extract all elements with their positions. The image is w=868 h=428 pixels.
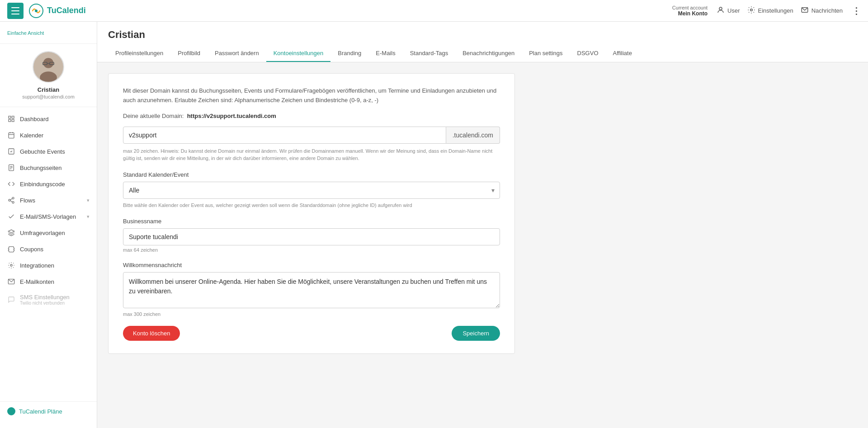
sidebar-item-flows[interactable]: Flows ▾ [0, 192, 97, 208]
integrations-gear-icon [7, 261, 15, 269]
avatar [33, 51, 64, 83]
sidebar: Einfache Ansicht Cristian support@tucale… [0, 22, 97, 428]
sidebar-item-einbindungscode[interactable]: Einbindungscode [0, 176, 97, 192]
sidebar-item-coupons[interactable]: Coupons [0, 241, 97, 257]
logo[interactable]: TuCalendi [29, 4, 86, 18]
envelope-icon [7, 277, 15, 286]
tab-emails[interactable]: E-Mails [368, 46, 402, 62]
tucalendi-plans[interactable]: TuCalendi Pläne [7, 407, 90, 415]
willkommen-hint: max 300 zeichen [123, 311, 500, 317]
form-content: Mit dieser Domain kannst du Buchungsseit… [97, 62, 868, 365]
mail-icon [801, 6, 809, 15]
willkommen-textarea[interactable]: Willkommen bei unserer Online-Agenda. Hi… [123, 272, 500, 308]
gear-icon [747, 6, 755, 15]
svg-point-1 [35, 9, 38, 12]
kalender-hint: Bitte wähle den Kalender oder Event aus,… [123, 202, 500, 209]
sidebar-item-sms-einstellungen[interactable]: SMS Einstellungen Twilio nicht verbunden [0, 290, 97, 310]
form-description: Mit dieser Domain kannst du Buchungsseit… [123, 86, 500, 105]
sidebar-item-emailkonten-label: E-Mailkonten [20, 278, 90, 285]
willkommen-section: Willkommensnachricht Willkommen bei unse… [123, 262, 500, 317]
kalender-label: Standard Kalender/Event [123, 171, 500, 178]
sidebar-item-buchungsseiten-label: Buchungsseiten [20, 165, 90, 171]
user-icon [717, 6, 725, 15]
sidebar-item-integrationen[interactable]: Integrationen [0, 257, 97, 273]
sidebar-item-flows-label: Flows [20, 197, 82, 204]
topbar-user[interactable]: User [717, 6, 740, 15]
topbar-einstellungen[interactable]: Einstellungen [747, 6, 793, 15]
sidebar-item-sms-sublabel: Twilio nicht verbunden [20, 301, 70, 306]
kalender-section: Standard Kalender/Event Alle ▾ Bitte wäh… [123, 171, 500, 209]
layers-icon [7, 229, 15, 237]
svg-point-30 [10, 264, 12, 266]
svg-rect-14 [12, 119, 14, 122]
businessname-input[interactable] [123, 228, 500, 245]
svg-marker-29 [8, 230, 14, 233]
doc-icon [7, 164, 15, 172]
grid-icon [7, 115, 15, 123]
svg-rect-11 [9, 116, 11, 118]
calendar-icon [7, 131, 15, 139]
tab-branding[interactable]: Branding [330, 46, 368, 62]
tab-profilbild[interactable]: Profilbild [170, 46, 208, 62]
tab-passwort[interactable]: Passwort ändern [208, 46, 266, 62]
sidebar-item-kalender[interactable]: Kalender [0, 127, 97, 143]
svg-line-27 [10, 201, 13, 202]
logo-text: TuCalendi [47, 6, 86, 15]
businessname-label: Businessname [123, 218, 500, 225]
sidebar-item-gebuchte-events[interactable]: Gebuchte Events [0, 143, 97, 160]
sidebar-item-buchungsseiten[interactable]: Buchungsseiten [0, 160, 97, 176]
hamburger-menu[interactable] [7, 3, 24, 19]
sidebar-item-email-sms[interactable]: E-Mail/SMS-Vorlagen ▾ [0, 208, 97, 225]
domain-row: .tucalendi.com [123, 127, 500, 144]
topbar-right: Current account Mein Konto User Einstell… [672, 5, 861, 17]
code-icon [7, 180, 15, 188]
tab-bar: Profileinstellungen Profilbild Passwort … [108, 46, 857, 62]
main-layout: Einfache Ansicht Cristian support@tucale… [0, 22, 868, 428]
tab-kontoeinstellungen[interactable]: Kontoeinstellungen [266, 46, 331, 62]
businessname-hint: max 64 zeichen [123, 247, 500, 253]
willkommen-label: Willkommensnachricht [123, 262, 500, 268]
save-button[interactable]: Speichern [452, 326, 500, 341]
delete-account-button[interactable]: Konto löschen [123, 326, 180, 341]
sidebar-item-umfragevorlagen[interactable]: Umfragevorlagen [0, 225, 97, 241]
kalender-select[interactable]: Alle [123, 182, 500, 199]
kalender-select-wrapper: Alle ▾ [123, 182, 500, 199]
sidebar-item-umfragevorlagen-label: Umfragevorlagen [20, 230, 90, 236]
topbar: TuCalendi Current account Mein Konto Use… [0, 0, 868, 22]
tab-profileinstellungen[interactable]: Profileinstellungen [108, 46, 170, 62]
einfache-ansicht[interactable]: Einfache Ansicht [7, 30, 44, 36]
svg-rect-15 [9, 133, 14, 138]
svg-rect-13 [9, 119, 11, 122]
tab-plan-settings[interactable]: Plan settings [522, 46, 570, 62]
svg-point-24 [12, 197, 14, 199]
svg-line-28 [10, 198, 13, 200]
account-name: Mein Konto [678, 10, 708, 17]
domain-hint: max 20 zeichen. Hinweis: Du kannst deine… [123, 147, 500, 162]
sidebar-profile: Cristian support@tucalendi.com [0, 44, 97, 107]
form-card: Mit dieser Domain kannst du Buchungsseit… [108, 73, 515, 354]
sidebar-footer: TuCalendi Pläne [0, 401, 97, 421]
current-domain: Deine aktuelle Domain: https://v2support… [123, 113, 500, 119]
tab-standard-tags[interactable]: Standard-Tags [403, 46, 456, 62]
sidebar-item-emailkonten[interactable]: E-Mailkonten [0, 273, 97, 290]
topbar-more-menu[interactable]: ⋮ [852, 5, 861, 16]
flows-chevron-icon: ▾ [87, 198, 90, 203]
domain-suffix: .tucalendi.com [446, 127, 500, 144]
tab-benachrichtigungen[interactable]: Benachrichtigungen [455, 46, 522, 62]
sidebar-item-coupons-label: Coupons [20, 246, 90, 253]
plans-circle-icon [7, 407, 15, 415]
page-title: Cristian [108, 29, 857, 41]
businessname-section: Businessname max 64 zeichen [123, 218, 500, 253]
sidebar-item-sms-einstellungen-label: SMS Einstellungen [20, 294, 70, 301]
domain-input[interactable] [123, 127, 446, 144]
form-actions: Konto löschen Speichern [123, 326, 500, 341]
topbar-nachrichten[interactable]: Nachrichten [801, 6, 843, 15]
tab-dsgvo[interactable]: DSGVO [570, 46, 606, 62]
tab-affiliate[interactable]: Affiliate [606, 46, 639, 62]
current-domain-label: Deine aktuelle Domain: [123, 113, 184, 119]
current-domain-value: https://v2support.tucalendi.com [187, 113, 276, 119]
sidebar-item-dashboard[interactable]: Dashboard [0, 111, 97, 127]
svg-point-3 [750, 9, 752, 11]
sidebar-item-dashboard-label: Dashboard [20, 116, 90, 122]
topbar-nav: User Einstellungen Nachrichten [717, 6, 843, 15]
